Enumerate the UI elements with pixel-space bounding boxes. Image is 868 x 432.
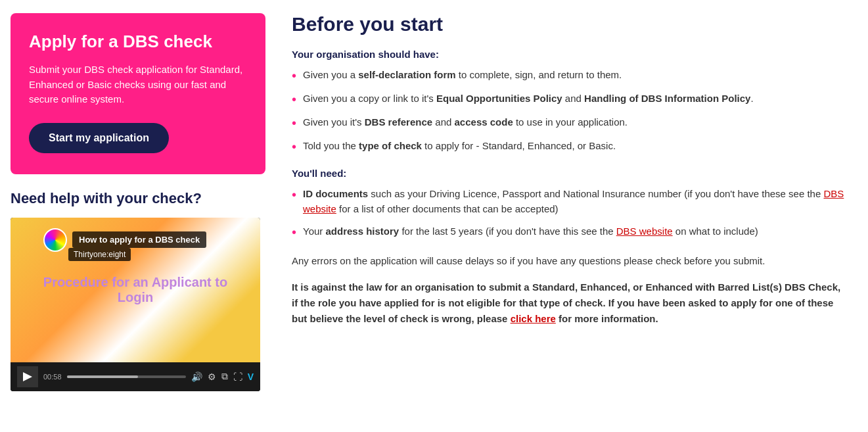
- bold-access-code: access code: [455, 116, 513, 128]
- apply-card: Apply for a DBS check Submit your DBS ch…: [11, 13, 265, 174]
- help-section: Need help with your check? How to apply …: [11, 190, 265, 391]
- dbs-website-link-2[interactable]: DBS website: [616, 226, 673, 237]
- org-bullet-2: Given you a copy or link to it's Equal O…: [303, 91, 754, 107]
- play-icon: [23, 372, 32, 381]
- bullet-dot: •: [292, 139, 296, 155]
- fullscreen-icon[interactable]: ⛶: [233, 372, 242, 382]
- help-heading: Need help with your check?: [11, 190, 265, 207]
- settings-icon[interactable]: ⚙: [208, 372, 216, 382]
- bold-address-history: address history: [326, 226, 400, 237]
- pip-icon[interactable]: ⧉: [221, 371, 228, 382]
- org-bullets-list: • Given you a self-declaration form to c…: [292, 68, 847, 155]
- need-bullet-1: ID documents such as your Driving Licenc…: [303, 187, 847, 216]
- warning-text: It is against the law for an organisatio…: [292, 279, 847, 327]
- warning-link-label: click here: [511, 313, 556, 324]
- video-thumbnail: How to apply for a DBS check Thirtyone:e…: [11, 218, 260, 362]
- bold-handling-dbs: Handling of DBS Information Policy: [584, 93, 750, 104]
- video-controls: 00:58 🔊 ⚙ ⧉ ⛶ V: [11, 362, 260, 391]
- bold-dbs-reference: DBS reference: [365, 116, 432, 128]
- channel-name-badge: Thirtyone:eight: [68, 248, 131, 261]
- bullet-dot: •: [292, 68, 296, 84]
- bullet-dot: •: [292, 115, 296, 131]
- need-bullets-list: • ID documents such as your Driving Lice…: [292, 187, 847, 240]
- click-here-link[interactable]: click here: [511, 313, 556, 324]
- video-timestamp: 00:58: [43, 373, 62, 381]
- list-item: • ID documents such as your Driving Lice…: [292, 187, 847, 216]
- dbs-website-link-1[interactable]: DBS website: [303, 188, 844, 214]
- warning-text-end: for more information.: [556, 313, 658, 324]
- list-item: • Given you a self-declaration form to c…: [292, 68, 847, 84]
- video-thumbnail-text: Procedure for an Applicant to Login: [11, 275, 260, 305]
- right-panel: Before you start Your organisation shoul…: [276, 0, 868, 432]
- list-item: • Told you the type of check to apply fo…: [292, 139, 847, 155]
- bold-id-documents: ID documents: [303, 188, 368, 199]
- apply-card-title: Apply for a DBS check: [29, 32, 247, 52]
- org-bullet-1: Given you a self-declaration form to com…: [303, 68, 622, 83]
- video-control-icons: 🔊 ⚙ ⧉ ⛶ V: [191, 371, 254, 382]
- notice-text: Any errors on the application will cause…: [292, 253, 847, 269]
- need-section-heading: You'll need:: [292, 168, 847, 179]
- volume-icon[interactable]: 🔊: [191, 372, 202, 382]
- video-container: How to apply for a DBS check Thirtyone:e…: [11, 218, 260, 391]
- org-bullet-3: Given you it's DBS reference and access …: [303, 115, 628, 130]
- video-title-badge: How to apply for a DBS check: [72, 231, 206, 248]
- list-item: • Given you it's DBS reference and acces…: [292, 115, 847, 131]
- start-application-button[interactable]: Start my application: [29, 123, 169, 153]
- bold-self-declaration: self-declaration form: [358, 69, 455, 80]
- bullet-dot: •: [292, 224, 296, 240]
- bullet-dot: •: [292, 187, 296, 203]
- need-bullet-2: Your address history for the last 5 year…: [303, 224, 758, 239]
- bold-equal-opp: Equal Opportunities Policy: [436, 93, 562, 104]
- bullet-dot: •: [292, 91, 296, 107]
- video-progress-bar[interactable]: [67, 375, 186, 378]
- page-title: Before you start: [292, 13, 847, 36]
- list-item: • Given you a copy or link to it's Equal…: [292, 91, 847, 107]
- left-panel: Apply for a DBS check Submit your DBS ch…: [0, 0, 276, 432]
- video-progress-fill: [67, 375, 139, 378]
- channel-icon: [43, 228, 67, 252]
- list-item: • Your address history for the last 5 ye…: [292, 224, 847, 240]
- play-button[interactable]: [17, 366, 38, 387]
- vimeo-icon: V: [248, 372, 254, 382]
- apply-card-description: Submit your DBS check application for St…: [29, 62, 247, 107]
- bold-type-of-check: type of check: [359, 140, 422, 151]
- org-section-heading: Your organisation should have:: [292, 49, 847, 60]
- org-bullet-4: Told you the type of check to apply for …: [303, 139, 616, 154]
